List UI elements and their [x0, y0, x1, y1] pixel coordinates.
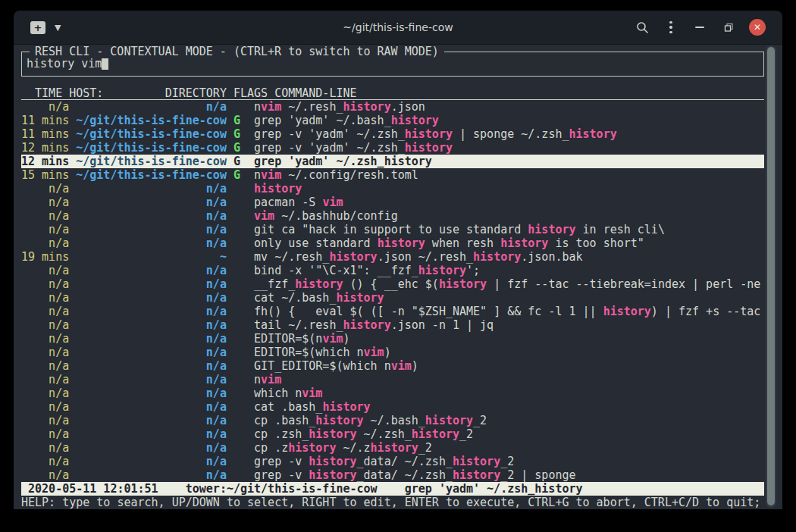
text: [240, 468, 254, 482]
text: [227, 127, 233, 141]
history-row[interactable]: n/a n/a cp .bash_history ~/.bash_history…: [21, 414, 764, 427]
cell-host-directory: n/a: [76, 277, 227, 291]
cmd-match: vim: [261, 373, 281, 386]
menu-button[interactable]: [657, 16, 685, 39]
text: [227, 346, 233, 359]
text: [240, 114, 254, 127]
cell-time: n/a: [21, 100, 69, 114]
text: [240, 386, 254, 400]
cmd-segment: only use standard: [254, 236, 378, 250]
history-row[interactable]: n/a n/a grep -v history_data/ ~/.zsh_his…: [21, 455, 764, 468]
history-row[interactable]: n/a n/a cp .zhistory ~/.zhistory_2: [21, 441, 764, 455]
text: [69, 236, 76, 250]
history-row[interactable]: n/a n/a nvim: [21, 373, 764, 386]
text: [69, 414, 76, 427]
history-row[interactable]: n/a n/a history: [21, 182, 764, 196]
cell-flags: [233, 100, 240, 114]
scrollbar-thumb[interactable]: [767, 47, 775, 505]
cell-time: n/a: [21, 264, 69, 277]
history-row[interactable]: n/a n/a cat ~/.bash_history: [21, 291, 764, 305]
history-row[interactable]: n/a n/a fh() { eval $( ([ -n "$ZSH_NAME"…: [21, 305, 764, 318]
restore-icon: [724, 23, 734, 33]
titlebar[interactable]: + ▼ ~/git/this-is-fine-cow: [14, 11, 782, 45]
terminal-window: + ▼ ~/git/this-is-fine-cow: [14, 11, 782, 509]
cell-host-directory: n/a: [76, 386, 227, 400]
cell-time: n/a: [21, 346, 69, 359]
history-row[interactable]: n/a n/a cat .bash_history: [21, 400, 764, 414]
cmd-segment: | sponge ~/.zsh_: [453, 127, 569, 141]
search-button[interactable]: [628, 16, 657, 39]
close-icon: ✕: [754, 23, 761, 32]
text: [69, 386, 76, 400]
history-row[interactable]: n/a n/a git ca "hack in support to use s…: [21, 223, 764, 236]
text: [69, 264, 76, 277]
history-row[interactable]: n/a n/a which nvim: [21, 386, 764, 400]
text: [227, 155, 233, 168]
cmd-segment: ) | fzf +s --tac: [651, 305, 761, 318]
cell-flags: G: [233, 127, 240, 141]
text: [69, 427, 76, 441]
minimize-button[interactable]: [685, 16, 714, 39]
history-row[interactable]: 11 mins ~/git/this-is-fine-cow G grep 'y…: [21, 114, 764, 127]
text: [69, 400, 76, 414]
tab-dropdown-button[interactable]: ▼: [53, 21, 62, 34]
history-row[interactable]: n/a n/a nvim ~/.resh_history.json: [21, 100, 764, 114]
cell-flags: [233, 373, 240, 386]
cmd-match: history: [336, 291, 384, 305]
cmd-segment: fh() { eval $( ([ -n "$ZSH_NAME" ] && fc…: [254, 305, 603, 318]
cell-time: n/a: [21, 182, 69, 196]
cmd-segment: ~/.zsh_: [357, 427, 412, 441]
close-button[interactable]: ✕: [743, 16, 772, 39]
history-row[interactable]: n/a n/a tail ~/.resh_history.json -n 1 |…: [21, 318, 764, 332]
history-row-selected[interactable]: 12 mins ~/git/this-is-fine-cow G grep 'y…: [21, 155, 764, 168]
cell-host-directory: ~/git/this-is-fine-cow: [76, 168, 227, 182]
cell-host-directory: n/a: [76, 196, 227, 209]
cmd-segment: EDITOR=$(n: [254, 332, 322, 346]
text: [227, 168, 233, 182]
cmd-segment: .json ~/.resh_: [378, 250, 473, 264]
terminal-content[interactable]: RESH CLI - CONTEXTUAL MODE - (CTRL+R to …: [14, 45, 782, 509]
new-tab-button[interactable]: +: [30, 21, 45, 34]
cell-flags: [233, 414, 240, 427]
query-text: history vim: [27, 57, 102, 70]
history-row[interactable]: 19 mins ~ mv ~/.resh_history.json ~/.res…: [21, 250, 764, 264]
cmd-segment: n: [254, 168, 261, 182]
cell-flags: [233, 223, 240, 236]
cmd-match: history: [371, 441, 418, 455]
history-row[interactable]: n/a n/a EDITOR=$(which nvim): [21, 346, 764, 359]
history-row[interactable]: n/a n/a grep -v history_data/ ~/.zsh_his…: [21, 468, 764, 482]
history-row[interactable]: n/a n/a GIT_EDITOR=$(which nvim): [21, 359, 764, 373]
history-row[interactable]: n/a n/a only use standard history when r…: [21, 236, 764, 250]
text: [227, 427, 233, 441]
cell-host-directory: ~: [76, 250, 227, 264]
history-row[interactable]: 12 mins ~/git/this-is-fine-cow G grep -v…: [21, 141, 764, 155]
text: [240, 332, 254, 346]
cmd-segment: cp .zsh_: [254, 427, 309, 441]
cmd-segment: .json: [391, 100, 425, 114]
cmd-match: history: [288, 441, 336, 455]
history-row[interactable]: 15 mins ~/git/this-is-fine-cow G nvim ~/…: [21, 168, 764, 182]
kebab-menu-icon: [669, 21, 672, 34]
history-row[interactable]: n/a n/a EDITOR=$(nvim): [21, 332, 764, 346]
cell-time: n/a: [21, 318, 69, 332]
history-row[interactable]: n/a n/a cp .zsh_history ~/.zsh_history_2: [21, 427, 764, 441]
cell-flags: [233, 468, 240, 482]
text: [240, 277, 254, 291]
cmd-match: history: [254, 182, 302, 196]
history-row[interactable]: n/a n/a pacman -S vim: [21, 196, 764, 209]
cmd-match: vim: [322, 196, 343, 209]
cmd-match: history: [418, 264, 466, 277]
text: [240, 155, 254, 168]
cmd-segment: EDITOR=$(which n: [254, 346, 364, 359]
cmd-segment: _2: [500, 455, 514, 468]
history-row[interactable]: n/a n/a vim ~/.bashhub/config: [21, 209, 764, 223]
cell-host-directory: n/a: [76, 318, 227, 332]
cell-time: n/a: [21, 223, 69, 236]
restore-button[interactable]: [714, 16, 743, 39]
cmd-segment: in resh cli\: [576, 223, 665, 236]
history-row[interactable]: 11 mins ~/git/this-is-fine-cow G grep -v…: [21, 127, 764, 141]
cell-time: 11 mins: [21, 114, 69, 127]
cell-host-directory: n/a: [76, 100, 227, 114]
history-row[interactable]: n/a n/a bind -x '"\C-x1": __fzf_history'…: [21, 264, 764, 277]
history-row[interactable]: n/a n/a __fzf_history () { __ehc $(histo…: [21, 277, 764, 291]
